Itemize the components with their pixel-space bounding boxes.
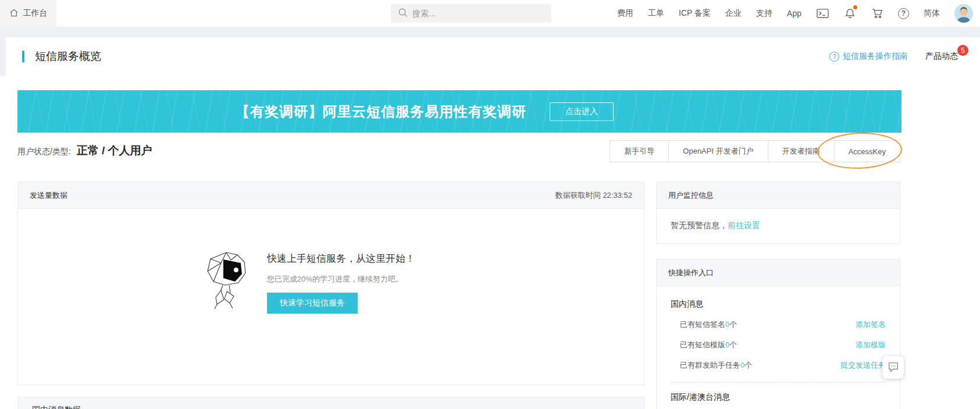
add-signature-link[interactable]: 添加签名 — [856, 319, 886, 330]
quick-toolbar: 新手引导 OpenAPI 开发者门户 开发者指南 AccessKey — [610, 140, 900, 162]
domestic-data-card-title: 国内消息数据 — [32, 405, 644, 409]
notification-dot — [853, 5, 857, 9]
user-monitor-title: 用户监控信息 — [668, 190, 714, 201]
goto-settings-link[interactable]: 前往设置 — [728, 220, 760, 230]
beginner-guide-button[interactable]: 新手引导 — [610, 140, 669, 162]
question-circle-icon: ? — [829, 52, 839, 62]
title-accent-bar — [22, 51, 24, 62]
add-template-link[interactable]: 添加模版 — [856, 340, 886, 350]
language-switch[interactable]: 简体 — [924, 8, 940, 19]
send-volume-title: 发送量数据 — [30, 190, 67, 201]
product-news-label: 产品动态 — [925, 51, 958, 61]
quick-actions-body: 国内消息 已有短信签名0个 添加签名 已有短信模版0个 添加模版 已有群发助手任… — [657, 286, 900, 403]
page-title: 短信服务概览 — [35, 49, 101, 64]
user-status-label: 用户状态/类型: — [17, 147, 71, 157]
onboarding-progress-text: 您已完成20%的学习进度，继续努力吧。 — [267, 274, 403, 284]
bell-icon[interactable] — [843, 7, 856, 20]
user-monitor-body: 暂无预警信息，前往设置 — [657, 209, 900, 243]
search-input[interactable] — [412, 9, 540, 18]
template-count-text: 已有短信模版0个 — [680, 340, 737, 350]
chat-icon — [888, 361, 899, 375]
user-status-value: 正常 / 个人用户 — [77, 143, 152, 158]
global-search[interactable] — [391, 4, 551, 23]
developer-guide-button[interactable]: 开发者指南 — [768, 140, 835, 162]
submit-send-task-link[interactable]: 提交发送任务 — [840, 360, 886, 371]
accesskey-button[interactable]: AccessKey — [834, 140, 900, 162]
nav-item-support[interactable]: 支持 — [756, 8, 772, 19]
home-icon — [9, 8, 19, 19]
onboarding-heading: 快速上手短信服务，从这里开始！ — [267, 252, 415, 265]
send-volume-card-header: 发送量数据 数据获取时间 22:33:52 — [18, 182, 644, 209]
openapi-portal-button[interactable]: OpenAPI 开发者门户 — [668, 140, 768, 162]
product-news-link[interactable]: 产品动态 5 — [925, 51, 961, 62]
nav-item-billing[interactable]: 费用 — [617, 8, 633, 19]
quick-actions-card-header: 快捷操作入口 — [657, 259, 900, 286]
bulk-task-count-text: 已有群发助手任务0个 — [680, 360, 752, 371]
nav-item-icp[interactable]: ICP 备案 — [679, 8, 711, 19]
dotted-divider — [671, 382, 886, 382]
quick-learn-button[interactable]: 快速学习短信服务 — [267, 293, 358, 314]
cart-icon[interactable] — [871, 7, 883, 20]
survey-banner[interactable]: 【有奖调研】阿里云短信服务易用性有奖调研 点击进入 — [17, 90, 901, 133]
banner-title: 【有奖调研】阿里云短信服务易用性有奖调研 — [236, 102, 526, 121]
send-volume-card: 发送量数据 数据获取时间 22:33:52 快速上手短信服务，从这里开始！ 您已… — [17, 182, 644, 385]
bulk-task-count-row: 已有群发助手任务0个 提交发送任务 — [671, 360, 886, 371]
user-avatar[interactable] — [954, 4, 973, 23]
quick-actions-card: 快捷操作入口 国内消息 已有短信签名0个 添加签名 已有短信模版0个 添加模版 … — [656, 259, 900, 409]
user-monitor-card-header: 用户监控信息 — [657, 182, 900, 209]
top-nav: 工作台 费用 工单 ICP 备案 企业 支持 App — [0, 0, 980, 27]
robot-illustration — [203, 251, 250, 314]
data-fetch-time: 数据获取时间 22:33:52 — [555, 190, 632, 201]
guide-link-label: 短信服务操作指南 — [843, 51, 908, 62]
signature-count-row: 已有短信签名0个 添加签名 — [671, 319, 886, 330]
help-icon[interactable]: ? — [898, 8, 909, 19]
international-group-label: 国际/港澳台消息 — [671, 392, 886, 403]
domestic-group-label: 国内消息 — [671, 299, 886, 310]
feedback-chat-button[interactable] — [882, 356, 904, 379]
left-gutter — [0, 37, 6, 76]
signature-count-text: 已有短信签名0个 — [680, 319, 737, 330]
banner-enter-button[interactable]: 点击进入 — [550, 102, 614, 121]
nav-item-tickets[interactable]: 工单 — [648, 8, 664, 19]
news-count-badge: 5 — [957, 45, 968, 56]
workbench-label: 工作台 — [23, 8, 48, 19]
template-count-row: 已有短信模版0个 添加模版 — [671, 340, 886, 350]
sms-guide-link[interactable]: ? 短信服务操作指南 — [829, 51, 908, 62]
user-monitor-card: 用户监控信息 暂无预警信息，前往设置 — [656, 182, 900, 244]
no-alert-text: 暂无预警信息， — [671, 220, 728, 230]
quick-actions-title: 快捷操作入口 — [668, 268, 714, 278]
page-title-bar: 短信服务概览 ? 短信服务操作指南 产品动态 5 — [6, 37, 980, 76]
console-icon[interactable] — [816, 7, 829, 20]
nav-item-enterprise[interactable]: 企业 — [725, 8, 742, 19]
nav-item-app[interactable]: App — [787, 9, 801, 18]
search-icon — [398, 8, 408, 20]
workbench-button[interactable]: 工作台 — [0, 0, 56, 27]
domestic-data-card-partial: 国内消息数据 — [17, 397, 644, 409]
top-nav-right: 费用 工单 ICP 备案 企业 支持 App ? 简体 — [617, 0, 973, 27]
user-status-row: 用户状态/类型: 正常 / 个人用户 — [17, 143, 152, 158]
header-divider-band — [0, 27, 980, 37]
title-bar-actions: ? 短信服务操作指南 产品动态 5 — [829, 37, 961, 76]
